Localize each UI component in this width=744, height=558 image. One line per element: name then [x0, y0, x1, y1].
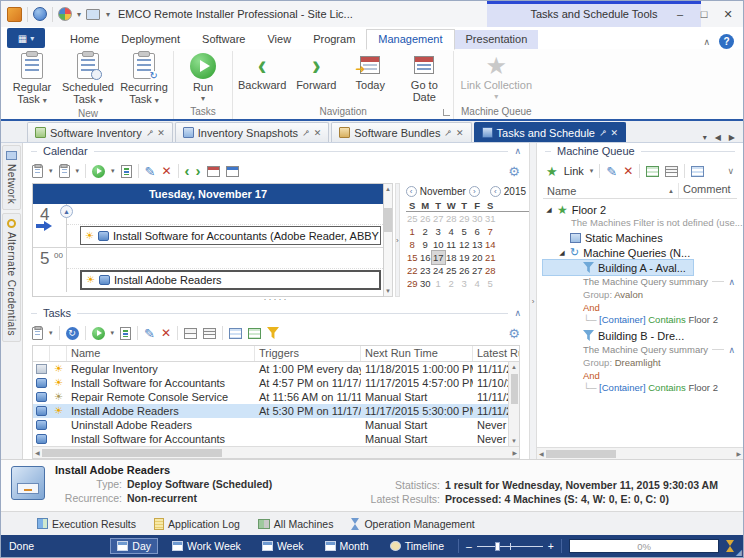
scrollbar-thumb[interactable] [42, 449, 222, 457]
mini-calendar-day[interactable]: 19 [458, 251, 471, 264]
calendar-event[interactable]: ☀ Install Software for Accountants (Adob… [80, 226, 381, 245]
run-button[interactable]: Run ▾ [176, 51, 230, 105]
scroll-right-icon[interactable]: ▶ [736, 450, 741, 457]
tab-deployment[interactable]: Deployment [110, 30, 191, 49]
palette-caret-icon[interactable]: ▾ [77, 10, 81, 19]
refresh-icon[interactable]: ↻ [66, 327, 79, 340]
day-view-scrollbar[interactable]: ▲ ▼ [384, 183, 393, 297]
mini-calendar-day[interactable]: 21 [484, 251, 497, 264]
collapse-panel-icon[interactable]: ∧ [514, 146, 521, 156]
resize-grip[interactable]: ◢ [736, 548, 742, 557]
machine-queue-hscrollbar[interactable]: ◀ ▶ [537, 447, 743, 459]
column-header-name[interactable]: Name [67, 346, 255, 361]
rail-tab-alternate-credentials[interactable]: Alternate Credentials [2, 213, 21, 342]
mini-calendar-day[interactable]: 15 [406, 251, 419, 264]
mini-calendar-day[interactable]: 2 [419, 225, 432, 238]
view-work-week-button[interactable]: Work Week [165, 538, 248, 554]
mini-calendar-day[interactable]: 5 [458, 225, 471, 238]
scroll-right-icon[interactable]: ▶ [512, 449, 517, 456]
new-recurring-task-icon[interactable] [59, 165, 70, 178]
doctab-software-bundles[interactable]: Software Bundles ⊸ ✕ [331, 122, 471, 142]
scroll-left-icon[interactable]: ◀ [539, 450, 544, 457]
screen-icon[interactable] [86, 9, 100, 20]
dock-tab-application-log[interactable]: Application Log [154, 518, 240, 530]
view-timeline-button[interactable]: Timeline [383, 538, 451, 554]
filter-icon[interactable] [267, 327, 279, 339]
backward-button[interactable]: ‹ Backward [235, 51, 289, 91]
settings-gear-icon[interactable]: ⚙ [508, 326, 520, 341]
tree-node[interactable]: Building A - Aval... [543, 260, 693, 275]
doctab-tasks-and-schedule[interactable]: Tasks and Schedule ⊸ ✕ [474, 122, 627, 142]
dropdown-caret-icon[interactable]: ▾ [49, 329, 53, 337]
mini-calendar-day[interactable]: 7 [484, 225, 497, 238]
timeslot-5-30[interactable]: ☀ Install Adobe Readers [67, 269, 383, 290]
delete-icon[interactable]: ✕ [623, 165, 633, 177]
main-splitter[interactable]: › [529, 143, 537, 459]
today-icon[interactable] [207, 166, 220, 177]
expander-icon[interactable]: ◢ [545, 206, 553, 214]
view-list-icon[interactable] [665, 166, 678, 177]
network-scan-icon[interactable] [33, 7, 47, 21]
timeslot-4-00[interactable] [67, 204, 383, 225]
tree-node[interactable]: ◢★Floor 2 [543, 202, 743, 217]
task-row[interactable]: ☀Repair Remote Console ServiceAt 11:56 A… [33, 390, 508, 404]
tab-software[interactable]: Software [191, 30, 256, 49]
mini-calendar-day[interactable]: 26 [419, 212, 432, 225]
collapse-panel-icon[interactable]: ∧ [514, 308, 521, 318]
tab-program[interactable]: Program [302, 30, 366, 49]
mini-calendar-day[interactable]: 4 [445, 225, 458, 238]
dock-tab-operation-management[interactable]: Operation Management [351, 518, 474, 530]
dropdown-caret-icon[interactable]: ▾ [49, 167, 53, 175]
mini-calendar-day[interactable]: 16 [419, 251, 432, 264]
minimize-button[interactable]: – [669, 4, 691, 24]
mini-calendar-day[interactable]: 30 [471, 212, 484, 225]
scheduled-task-button[interactable]: Scheduled Task ▾ [59, 51, 117, 107]
mini-calendar-day[interactable]: 5 [484, 277, 497, 290]
day-header[interactable]: Tuesday, November 17 [33, 184, 383, 204]
task-row[interactable]: ☀Install Adobe ReadersAt 5:30 PM on 11/1… [33, 404, 508, 418]
column-header-name[interactable]: Name▲ [543, 183, 679, 198]
scroll-tabs-right-icon[interactable]: ▶ [729, 133, 735, 142]
run-task-icon[interactable] [92, 327, 105, 340]
report-icon[interactable] [121, 165, 132, 178]
next-month-icon[interactable]: › [469, 186, 480, 197]
tree-node[interactable]: Building B - Dre... [543, 328, 743, 343]
mini-calendar-day[interactable]: 28 [445, 212, 458, 225]
mini-calendar-day[interactable]: 11 [445, 238, 458, 251]
mini-calendar-day[interactable]: 12 [458, 238, 471, 251]
scroll-up-icon[interactable]: ▲ [511, 364, 517, 370]
tab-view[interactable]: View [256, 30, 302, 49]
mini-calendar-day[interactable]: 29 [406, 277, 419, 290]
dropdown-caret-icon[interactable]: ▾ [111, 167, 115, 175]
maximize-button[interactable]: □ [693, 4, 715, 24]
goto-date-icon[interactable] [226, 166, 239, 177]
column-header-latest-run[interactable]: Latest Run Time [473, 346, 519, 361]
mini-calendar-day[interactable]: 29 [458, 212, 471, 225]
column-header-triggers[interactable]: Triggers [255, 346, 361, 361]
timeslot-5-00[interactable] [67, 248, 383, 269]
scroll-tabs-left-icon[interactable]: ◀ [715, 133, 721, 142]
type-column-header[interactable] [33, 346, 50, 361]
mini-calendar-day[interactable]: 22 [406, 264, 419, 277]
dock-tab-execution-results[interactable]: Execution Results [37, 518, 136, 530]
collapse-summary-icon[interactable]: ∧ [728, 277, 735, 287]
mini-calendar-day[interactable]: 8 [406, 238, 419, 251]
recurring-task-button[interactable]: ↻ Recurring Task ▾ [117, 51, 171, 107]
mini-calendar-day[interactable]: 31 [484, 212, 497, 225]
scroll-up-events-icon[interactable]: ▲ [60, 205, 73, 218]
qat-overflow-icon[interactable]: ▾ [106, 10, 110, 19]
mini-calendar-day[interactable]: 3 [458, 277, 471, 290]
today-button[interactable]: ➜ Today [343, 51, 397, 91]
mini-calendar-day[interactable]: 4 [471, 277, 484, 290]
view-month-button[interactable]: Month [318, 538, 376, 554]
tab-management[interactable]: Management [366, 29, 454, 50]
mini-calendar-day[interactable]: 25 [445, 264, 458, 277]
collapse-ribbon-icon[interactable]: ∧ [703, 37, 710, 47]
mini-calendar-day[interactable]: 30 [419, 277, 432, 290]
slider-track[interactable] [477, 546, 543, 547]
dialog-launcher-icon[interactable] [443, 109, 450, 116]
scrollbar-thumb[interactable] [546, 450, 616, 458]
mini-calendar-day[interactable]: 28 [484, 264, 497, 277]
mini-calendar-day[interactable]: 27 [471, 264, 484, 277]
calendar-event-selected[interactable]: ☀ Install Adobe Readers [80, 270, 381, 290]
